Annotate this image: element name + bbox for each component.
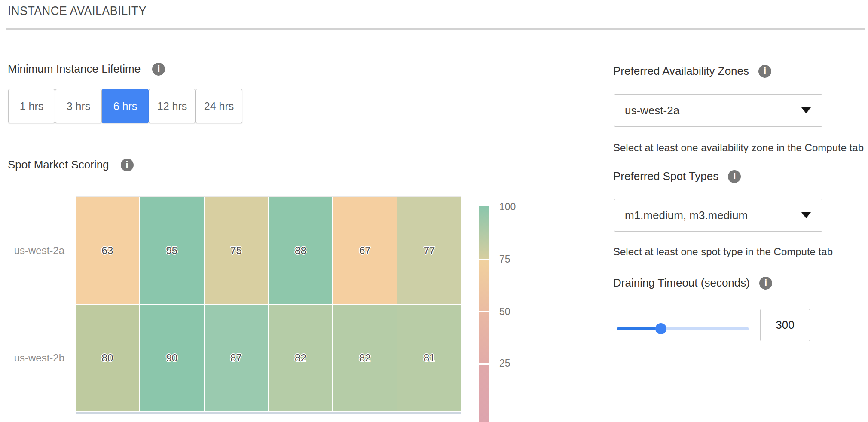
heatmap-cell-value: 95 — [166, 245, 177, 257]
spot-types-help: Select at least one spot type in the Com… — [613, 246, 833, 258]
heatmap-cell-value: 90 — [166, 352, 177, 364]
heatmap-cell-us-west-2b-4: 82 — [333, 305, 397, 411]
lifetime-option-24-hrs[interactable]: 24 hrs — [196, 89, 242, 123]
availability-zones-select[interactable]: us-west-2a — [614, 94, 822, 127]
chevron-down-icon — [801, 212, 811, 218]
heatmap-cell-us-west-2b-3: 82 — [269, 305, 332, 411]
heatmap-cell-value: 82 — [295, 352, 306, 364]
heatmap-row-label-us-west-2a: us-west-2a — [12, 245, 64, 257]
heatmap-cell-us-west-2a-3: 88 — [269, 197, 332, 304]
chevron-down-icon — [801, 107, 811, 113]
spot-types-label: Preferred Spot Types — [613, 170, 718, 183]
heatmap-cell-value: 77 — [424, 245, 435, 257]
heatmap-cell-us-west-2a-1: 95 — [140, 197, 204, 304]
heatmap-row-label-us-west-2b: us-west-2b — [12, 352, 64, 364]
info-icon[interactable]: i — [758, 65, 771, 78]
spot-scoring-heatmap: 639575886777809087828281 — [76, 197, 461, 411]
colorbar-segment-0 — [479, 206, 489, 259]
lifetime-option-3-hrs[interactable]: 3 hrs — [55, 89, 102, 123]
heatmap-cell-us-west-2b-2: 87 — [205, 305, 268, 411]
heatmap-cell-us-west-2b-1: 90 — [140, 305, 204, 411]
lifetime-option-12-hrs[interactable]: 12 hrs — [149, 89, 196, 123]
colorbar-segment-1 — [479, 260, 489, 311]
colorbar-tick-25: 25 — [499, 358, 529, 369]
draining-timeout-slider-fill — [617, 327, 659, 330]
draining-timeout-slider-thumb[interactable] — [655, 323, 666, 334]
availability-zones-help: Select at least one availability zone in… — [613, 142, 864, 154]
heatmap-cell-value: 88 — [295, 245, 306, 257]
availability-zones-value: us-west-2a — [625, 104, 801, 117]
colorbar-tick-0: 0 — [499, 420, 529, 422]
info-icon[interactable]: i — [152, 63, 165, 76]
info-icon[interactable]: i — [759, 277, 772, 290]
heatmap-cell-value: 63 — [102, 245, 113, 257]
heatmap-cell-value: 82 — [359, 352, 371, 364]
draining-timeout-label: Draining Timeout (seconds) — [613, 276, 750, 290]
lifetime-button-group: 1 hrs3 hrs6 hrs12 hrs24 hrs — [8, 89, 242, 123]
draining-timeout-input[interactable] — [760, 309, 810, 341]
heatmap-cell-value: 80 — [102, 352, 113, 364]
heatmap-cell-value: 75 — [230, 245, 242, 257]
availability-zones-label: Preferred Availability Zones — [613, 64, 749, 78]
spot-types-value: m1.medium, m3.medium — [625, 209, 801, 222]
heatmap-bottom-border — [76, 412, 461, 414]
scoring-label: Spot Market Scoring — [8, 158, 109, 171]
heatmap-cell-us-west-2a-0: 63 — [76, 197, 139, 304]
heatmap-cell-value: 67 — [359, 245, 371, 257]
colorbar-segment-2 — [479, 312, 489, 363]
info-icon[interactable]: i — [121, 159, 134, 171]
colorbar-tick-75: 75 — [499, 254, 529, 265]
heatmap-cell-us-west-2b-0: 80 — [76, 305, 139, 411]
spot-types-select[interactable]: m1.medium, m3.medium — [614, 199, 822, 232]
colorbar-segment-3 — [479, 365, 489, 422]
lifetime-option-1-hrs[interactable]: 1 hrs — [8, 89, 55, 123]
info-icon[interactable]: i — [728, 170, 741, 183]
heatmap-cell-value: 87 — [230, 352, 242, 364]
heatmap-cell-value: 81 — [424, 352, 435, 364]
lifetime-label: Minimum Instance Lifetime — [8, 62, 141, 76]
heatmap-cell-us-west-2a-4: 67 — [333, 197, 397, 304]
colorbar-tick-50: 50 — [499, 306, 529, 318]
colorbar-tick-100: 100 — [499, 201, 529, 213]
heatmap-cell-us-west-2a-5: 77 — [397, 197, 461, 304]
heatmap-cell-us-west-2b-5: 81 — [397, 305, 461, 411]
lifetime-option-6-hrs[interactable]: 6 hrs — [102, 89, 149, 123]
header-divider — [6, 28, 865, 30]
heatmap-cell-us-west-2a-2: 75 — [205, 197, 268, 304]
page-title: INSTANCE AVAILABILITY — [8, 3, 147, 18]
